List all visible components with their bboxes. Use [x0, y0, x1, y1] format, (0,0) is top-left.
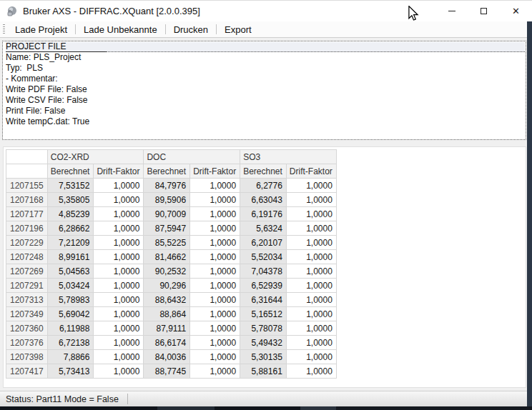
row-header-sample-id[interactable]: 1207349 [6, 307, 48, 321]
berechnet-cell[interactable]: 84,0036 [144, 350, 190, 364]
col-header-berechnet[interactable]: Berechnet [47, 164, 94, 179]
berechnet-cell[interactable]: 7,53152 [47, 179, 94, 193]
drift-faktor-cell[interactable]: 1,0000 [286, 350, 336, 364]
berechnet-cell[interactable]: 5,78078 [240, 321, 287, 336]
drift-faktor-cell[interactable]: 1,0000 [190, 193, 240, 207]
row-header-sample-id[interactable]: 1207177 [6, 207, 48, 221]
berechnet-cell[interactable]: 84,7976 [144, 179, 190, 193]
column-group-so3[interactable]: SO3 [240, 150, 337, 164]
drift-faktor-cell[interactable]: 1,0000 [190, 207, 240, 221]
berechnet-cell[interactable]: 5,73413 [47, 364, 94, 379]
drift-faktor-cell[interactable]: 1,0000 [94, 350, 144, 364]
berechnet-cell[interactable]: 7,21209 [47, 236, 94, 250]
drift-faktor-cell[interactable]: 1,0000 [190, 336, 240, 350]
row-header-sample-id[interactable]: 1207248 [6, 250, 48, 264]
drift-faktor-cell[interactable]: 1,0000 [286, 221, 336, 236]
drift-faktor-cell[interactable]: 1,0000 [190, 221, 240, 236]
berechnet-cell[interactable]: 86,6174 [144, 336, 190, 350]
berechnet-cell[interactable]: 89,5906 [144, 193, 190, 207]
col-header-drift-faktor[interactable]: Drift-Faktor [190, 164, 240, 179]
toolbar-button-drucken[interactable]: Drucken [168, 23, 214, 36]
berechnet-cell[interactable]: 90,296 [144, 279, 190, 293]
berechnet-cell[interactable]: 6,20107 [240, 236, 287, 250]
drift-faktor-cell[interactable]: 1,0000 [94, 236, 144, 250]
drift-faktor-cell[interactable]: 1,0000 [286, 250, 336, 264]
row-header-sample-id[interactable]: 1207398 [6, 350, 48, 364]
berechnet-cell[interactable]: 5,78983 [47, 293, 94, 307]
col-header-drift-faktor[interactable]: Drift-Faktor [286, 164, 336, 179]
project-info-box[interactable]: PROJECT FILE Name: PLS_ProjectTyp: PLS- … [2, 41, 526, 140]
column-group-co2-xrd[interactable]: CO2-XRD [47, 150, 144, 164]
berechnet-cell[interactable]: 6,31644 [240, 293, 287, 307]
drift-faktor-cell[interactable]: 1,0000 [190, 179, 240, 193]
minimize-button[interactable] [435, 1, 468, 21]
drift-faktor-cell[interactable]: 1,0000 [286, 321, 336, 336]
berechnet-cell[interactable]: 7,8866 [47, 350, 94, 364]
drift-faktor-cell[interactable]: 1,0000 [190, 307, 240, 321]
drift-faktor-cell[interactable]: 1,0000 [190, 250, 240, 264]
row-header-sample-id[interactable]: 1207229 [6, 236, 48, 250]
drift-faktor-cell[interactable]: 1,0000 [94, 264, 144, 279]
drift-faktor-cell[interactable]: 1,0000 [286, 264, 336, 279]
berechnet-cell[interactable]: 5,35805 [47, 193, 94, 207]
drift-faktor-cell[interactable]: 1,0000 [94, 221, 144, 236]
berechnet-cell[interactable]: 5,88161 [240, 364, 287, 379]
drift-faktor-cell[interactable]: 1,0000 [286, 364, 336, 379]
col-header-berechnet[interactable]: Berechnet [144, 164, 190, 179]
berechnet-cell[interactable]: 5,04563 [47, 264, 94, 279]
drift-faktor-cell[interactable]: 1,0000 [94, 307, 144, 321]
berechnet-cell[interactable]: 5,52034 [240, 250, 287, 264]
row-header-sample-id[interactable]: 1207269 [6, 264, 48, 279]
column-group-doc[interactable]: DOC [144, 150, 240, 164]
berechnet-cell[interactable]: 5,03424 [47, 279, 94, 293]
berechnet-cell[interactable]: 87,9111 [144, 321, 190, 336]
berechnet-cell[interactable]: 90,2532 [144, 264, 190, 279]
drift-faktor-cell[interactable]: 1,0000 [94, 250, 144, 264]
drift-faktor-cell[interactable]: 1,0000 [286, 336, 336, 350]
toolbar-button-lade-unbekannte[interactable]: Lade Unbekannte [78, 23, 163, 36]
drift-faktor-cell[interactable]: 1,0000 [190, 279, 240, 293]
berechnet-cell[interactable]: 5,16512 [240, 307, 287, 321]
berechnet-cell[interactable]: 6,52939 [240, 279, 287, 293]
berechnet-cell[interactable]: 6,11988 [47, 321, 94, 336]
toolbar-button-lade-projekt[interactable]: Lade Projekt [9, 23, 73, 36]
drift-faktor-cell[interactable]: 1,0000 [94, 321, 144, 336]
berechnet-cell[interactable]: 90,7009 [144, 207, 190, 221]
drift-faktor-cell[interactable]: 1,0000 [190, 264, 240, 279]
row-header-sample-id[interactable]: 1207313 [6, 293, 48, 307]
berechnet-cell[interactable]: 6,19176 [240, 207, 287, 221]
drift-faktor-cell[interactable]: 1,0000 [94, 336, 144, 350]
drift-faktor-cell[interactable]: 1,0000 [190, 321, 240, 336]
berechnet-cell[interactable]: 5,30135 [240, 350, 287, 364]
berechnet-cell[interactable]: 88,7745 [144, 364, 190, 379]
berechnet-cell[interactable]: 8,99161 [47, 250, 94, 264]
berechnet-cell[interactable]: 6,2776 [240, 179, 287, 193]
row-header-sample-id[interactable]: 1207168 [6, 193, 48, 207]
drift-faktor-cell[interactable]: 1,0000 [286, 279, 336, 293]
drift-faktor-cell[interactable]: 1,0000 [94, 364, 144, 379]
drift-faktor-cell[interactable]: 1,0000 [190, 350, 240, 364]
berechnet-cell[interactable]: 85,5225 [144, 236, 190, 250]
row-header-sample-id[interactable]: 1207291 [6, 279, 48, 293]
drift-faktor-cell[interactable]: 1,0000 [94, 293, 144, 307]
berechnet-cell[interactable]: 81,4662 [144, 250, 190, 264]
berechnet-cell[interactable]: 5,49432 [240, 336, 287, 350]
row-header-sample-id[interactable]: 1207196 [6, 221, 48, 236]
toolbar-grip-handle[interactable] [3, 24, 5, 35]
berechnet-cell[interactable]: 88,864 [144, 307, 190, 321]
drift-faktor-cell[interactable]: 1,0000 [286, 236, 336, 250]
drift-faktor-cell[interactable]: 1,0000 [94, 279, 144, 293]
berechnet-cell[interactable]: 87,5947 [144, 221, 190, 236]
drift-faktor-cell[interactable]: 1,0000 [286, 293, 336, 307]
results-grid-panel[interactable]: CO2-XRD DOC SO3 Berechnet Drift-Faktor B… [3, 146, 526, 388]
row-header-sample-id[interactable]: 1207360 [6, 321, 48, 336]
drift-faktor-cell[interactable]: 1,0000 [286, 207, 336, 221]
drift-faktor-cell[interactable]: 1,0000 [190, 364, 240, 379]
drift-faktor-cell[interactable]: 1,0000 [94, 207, 144, 221]
toolbar-button-export[interactable]: Export [219, 23, 257, 36]
berechnet-cell[interactable]: 6,72138 [47, 336, 94, 350]
berechnet-cell[interactable]: 5,69042 [47, 307, 94, 321]
berechnet-cell[interactable]: 88,6432 [144, 293, 190, 307]
drift-faktor-cell[interactable]: 1,0000 [286, 193, 336, 207]
row-header-sample-id[interactable]: 1207417 [6, 364, 48, 379]
